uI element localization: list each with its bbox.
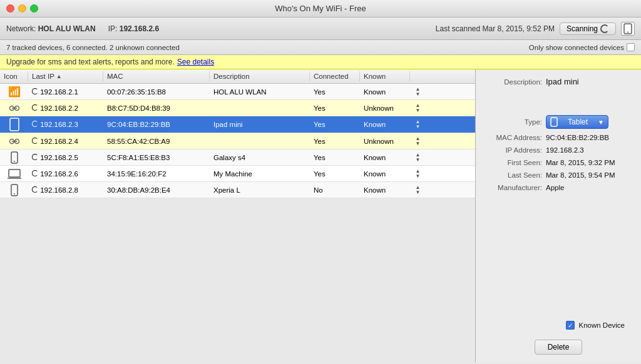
row-stepper[interactable]: ▲▼ <box>410 168 426 180</box>
stepper-control[interactable]: ▲▼ <box>414 185 422 195</box>
row-known: Known <box>360 87 410 97</box>
network-info: Network: HOL ALU WLAN IP: 192.168.2.6 <box>6 24 159 33</box>
see-details-link[interactable]: See details <box>177 58 214 66</box>
chevron-down-icon: ▼ <box>598 119 604 126</box>
svg-point-1 <box>627 31 628 33</box>
stepper-control[interactable]: ▲▼ <box>414 153 422 163</box>
status-text: 7 tracked devices, 6 connected. 2 unknow… <box>6 44 180 51</box>
row-known: Unknown <box>360 136 410 146</box>
refresh-small-icon <box>32 121 38 127</box>
table-row[interactable]: 192.168.2.3 9C:04:EB:B2:29:BB Ipad mini … <box>0 116 475 133</box>
row-connected: Yes <box>310 169 360 179</box>
header-stepper <box>410 71 426 81</box>
toolbar: Network: HOL ALU WLAN IP: 192.168.2.6 La… <box>0 18 641 40</box>
sort-arrow-ip: ▲ <box>56 73 62 79</box>
header-known[interactable]: Known <box>360 71 410 81</box>
stepper-control[interactable]: ▲▼ <box>414 169 422 179</box>
table-row[interactable]: 192.168.2.6 34:15:9E:16:20:F2 My Machine… <box>0 166 475 182</box>
row-stepper[interactable]: ▲▼ <box>410 86 426 98</box>
header-icon[interactable]: Icon <box>0 71 28 81</box>
table-row[interactable]: 📶 192.168.2.1 00:07:26:35:15:B8 HOL ALU … <box>0 84 475 100</box>
stepper-control[interactable]: ▲▼ <box>414 119 422 129</box>
laptop-icon <box>8 169 21 179</box>
row-icon <box>0 150 28 165</box>
close-button[interactable] <box>6 4 14 13</box>
svg-rect-11 <box>9 169 20 177</box>
scan-button[interactable]: Scanning <box>560 23 616 35</box>
window-controls <box>6 4 38 13</box>
row-stepper[interactable]: ▲▼ <box>410 118 426 131</box>
header-mac[interactable]: MAC <box>103 71 210 81</box>
row-icon <box>0 116 28 133</box>
row-known: Known <box>360 153 410 163</box>
header-connected[interactable]: Connected <box>310 71 360 81</box>
detail-spacer-top <box>486 91 631 110</box>
table-row[interactable]: 192.168.2.8 30:A8:DB:A9:2B:E4 Xperia L N… <box>0 182 475 198</box>
row-description: Galaxy s4 <box>210 153 310 163</box>
svg-point-10 <box>14 161 15 162</box>
detail-last-seen-value: Mar 8, 2015, 9:54 PM <box>546 171 615 179</box>
row-mac: 34:15:9E:16:20:F2 <box>103 169 210 179</box>
row-stepper[interactable]: ▲▼ <box>410 102 426 114</box>
delete-button[interactable]: Delete <box>535 340 583 355</box>
row-ip: 192.168.2.8 <box>28 185 103 195</box>
type-select[interactable]: Tablet ▼ <box>546 115 608 129</box>
refresh-small-icon <box>32 104 38 111</box>
row-ip: 192.168.2.2 <box>28 103 103 113</box>
row-icon <box>0 136 28 147</box>
refresh-small-icon <box>32 186 38 193</box>
only-connected-checkbox[interactable] <box>627 43 635 51</box>
svg-rect-5 <box>10 118 19 131</box>
detail-spacer <box>486 196 631 316</box>
header-description[interactable]: Description <box>210 71 310 81</box>
tablet-icon-button[interactable] <box>621 22 635 36</box>
row-icon <box>0 103 28 114</box>
stepper-control[interactable]: ▲▼ <box>414 136 422 146</box>
refresh-small-icon <box>32 154 38 160</box>
wifi-icon: 📶 <box>8 86 21 98</box>
link-icon <box>9 137 20 146</box>
link-icon <box>9 104 20 113</box>
row-icon: 📶 <box>0 84 28 99</box>
refresh-small-icon <box>32 138 38 144</box>
detail-description-label: Description: <box>486 78 542 86</box>
row-mac: 5C:F8:A1:E5:E8:B3 <box>103 153 210 163</box>
stepper-control[interactable]: ▲▼ <box>414 103 422 113</box>
refresh-small-icon <box>32 170 38 176</box>
toolbar-right: Last scanned Mar 8, 2015, 9:52 PM Scanni… <box>436 22 635 36</box>
row-mac: 58:55:CA:42:CB:A9 <box>103 136 210 146</box>
stepper-control[interactable]: ▲▼ <box>414 87 422 97</box>
row-connected: Yes <box>310 103 360 113</box>
known-device-checkbox[interactable]: ✓ <box>566 321 575 330</box>
device-list: Icon Last IP ▲ MAC Description Connected… <box>0 69 476 362</box>
table-row[interactable]: 192.168.2.2 B8:C7:5D:D4:B8:39 Yes Unknow… <box>0 100 475 116</box>
row-connected: Yes <box>310 87 360 97</box>
header-last-ip[interactable]: Last IP ▲ <box>28 71 103 81</box>
title-bar: Who's On My WiFi - Free <box>0 0 641 18</box>
detail-description-row: Description: Ipad mini <box>486 77 631 86</box>
only-connected-label: Only show connected devices <box>529 44 624 51</box>
tablet-icon <box>9 118 19 131</box>
table-row[interactable]: 192.168.2.5 5C:F8:A1:E5:E8:B3 Galaxy s4 … <box>0 149 475 166</box>
minimize-button[interactable] <box>18 4 26 13</box>
last-scanned-value: Mar 8, 2015, 9:52 PM <box>483 24 555 33</box>
detail-type-row: Type: Tablet ▼ <box>486 115 631 129</box>
upgrade-banner: Upgrade for sms and text alerts, reports… <box>0 55 641 69</box>
scan-button-label: Scanning <box>567 24 598 33</box>
phone-icon <box>11 151 18 164</box>
row-stepper[interactable]: ▲▼ <box>410 135 426 148</box>
svg-rect-15 <box>551 118 557 126</box>
detail-first-seen-label: First Seen: <box>486 159 542 166</box>
network-label: Network: HOL ALU WLAN <box>6 24 96 33</box>
maximize-button[interactable] <box>30 4 38 13</box>
type-value: Tablet <box>568 118 588 126</box>
row-connected: Yes <box>310 136 360 146</box>
row-description: My Machine <box>210 169 310 179</box>
main-content: Icon Last IP ▲ MAC Description Connected… <box>0 69 641 362</box>
detail-manufacturer-label: Manufacturer: <box>486 184 542 191</box>
table-row[interactable]: 192.168.2.4 58:55:CA:42:CB:A9 Yes Unknow… <box>0 133 475 149</box>
row-stepper[interactable]: ▲▼ <box>410 151 426 164</box>
row-stepper[interactable]: ▲▼ <box>410 184 426 196</box>
row-mac: 00:07:26:35:15:B8 <box>103 87 210 97</box>
detail-description-value: Ipad mini <box>546 77 579 86</box>
